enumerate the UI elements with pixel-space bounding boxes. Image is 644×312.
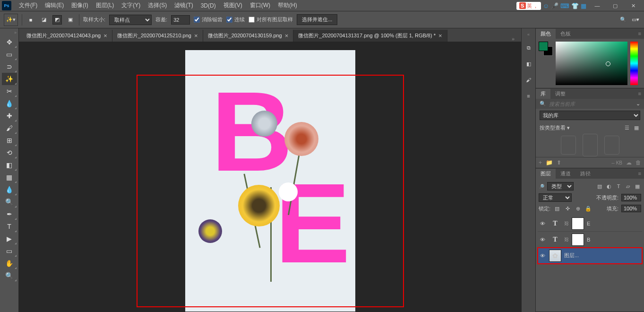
close-icon[interactable]: × (103, 32, 107, 39)
tolerance-input[interactable] (171, 15, 190, 25)
layers-tab[interactable]: 图层 (536, 169, 556, 179)
grid-icon[interactable]: ▦ (581, 2, 586, 9)
dodge-tool[interactable]: 🔍 (2, 196, 17, 208)
hue-slider[interactable] (630, 42, 638, 85)
color-tab[interactable]: 颜色 (536, 29, 556, 39)
menu-type[interactable]: 文字(Y) (118, 1, 144, 9)
all-layers-checkbox[interactable]: 对所有图层取样 (249, 16, 293, 23)
library-search-input[interactable] (549, 101, 633, 107)
filter-shape-icon[interactable]: ▱ (624, 182, 632, 190)
skin-icon[interactable]: 👕 (571, 2, 579, 9)
strip-expand-icon[interactable]: « (527, 32, 530, 37)
antialias-checkbox[interactable]: 消除锯齿 (194, 16, 223, 23)
layer-filter-select[interactable]: 类型 (547, 182, 574, 191)
visibility-icon[interactable]: 👁 (539, 237, 546, 243)
color-picker-field[interactable] (556, 42, 627, 85)
library-search[interactable]: 🔍 ⌄ (536, 99, 644, 109)
adjustments-tab[interactable]: 调整 (550, 89, 570, 99)
channels-tab[interactable]: 通道 (556, 169, 575, 179)
intersect-selection-icon[interactable]: ▣ (66, 15, 75, 25)
canvas-viewport[interactable]: B E (19, 42, 521, 312)
properties-panel-icon[interactable]: ◧ (524, 59, 534, 69)
select-and-mask-button[interactable]: 选择并遮住... (297, 14, 337, 25)
stamp-tool[interactable]: ⊞ (2, 134, 17, 147)
crop-tool[interactable]: ✂ (2, 85, 17, 97)
add-icon[interactable]: + (539, 159, 542, 166)
grid-view-icon[interactable]: ▦ (633, 124, 640, 131)
filter-type-icon[interactable]: T (615, 182, 622, 190)
menu-select[interactable]: 选择(S) (144, 1, 171, 9)
workspace-icon[interactable]: ▭▾ (631, 15, 640, 25)
mic-icon[interactable]: 🎤 (551, 2, 558, 9)
filter-pixel-icon[interactable]: ▧ (596, 182, 603, 190)
menu-edit[interactable]: 编辑(E) (41, 1, 68, 9)
brush-tool[interactable]: 🖌 (2, 122, 17, 134)
close-icon[interactable]: × (194, 32, 198, 39)
visibility-icon[interactable]: 👁 (539, 221, 546, 226)
ime-indicator[interactable]: S英， (516, 2, 541, 10)
menu-3d[interactable]: 3D(D) (197, 2, 220, 9)
canvas[interactable]: B E (185, 50, 355, 312)
minimize-button[interactable]: — (590, 1, 604, 10)
keyboard-icon[interactable]: ⌨ (560, 2, 569, 9)
opacity-input[interactable] (621, 194, 641, 201)
menu-layer[interactable]: 图层(L) (92, 1, 118, 9)
magic-wand-tool[interactable]: ✨ (2, 73, 17, 85)
eyedropper-tool[interactable]: 💧 (2, 97, 17, 110)
close-button[interactable]: ✕ (626, 1, 640, 10)
menu-view[interactable]: 视图(V) (220, 1, 246, 9)
list-view-icon[interactable]: ☰ (623, 124, 631, 131)
library-select[interactable]: 我的库 (540, 111, 640, 120)
lasso-tool[interactable]: ⊃ (2, 61, 17, 73)
toolbox-expand-icon[interactable]: » (0, 30, 18, 36)
layer-item-e[interactable]: 👁 T ⛓ E (538, 216, 642, 232)
layer-item-image[interactable]: 👁 ✿ 图层... (538, 248, 642, 264)
filter-adjust-icon[interactable]: ◐ (605, 182, 613, 190)
history-brush-tool[interactable]: ⟲ (2, 147, 17, 159)
type-tool[interactable]: T (2, 220, 17, 233)
path-select-tool[interactable]: ▶ (2, 233, 17, 245)
panel-menu-icon[interactable]: ≡ (635, 91, 644, 96)
menu-filter[interactable]: 滤镜(T) (171, 1, 197, 9)
blend-mode-select[interactable]: 正常 (539, 193, 572, 202)
panel-menu-icon[interactable]: ≡ (635, 31, 644, 36)
layer-mask-thumb[interactable] (572, 234, 584, 246)
lock-artboard-icon[interactable]: ⊕ (574, 205, 582, 212)
cloud-icon[interactable]: ☁ (626, 159, 632, 166)
search-icon[interactable]: 🔍 (618, 15, 628, 25)
close-icon[interactable]: × (285, 32, 289, 39)
menu-file[interactable]: 文件(F) (15, 1, 41, 9)
emoji-icon[interactable]: ☺ (543, 2, 549, 9)
folder-icon[interactable]: 📁 (546, 159, 553, 166)
adjustments-panel-icon[interactable]: ≡ (524, 91, 534, 101)
layer-item-b[interactable]: 👁 T ⛓ B (538, 232, 642, 248)
menu-help[interactable]: 帮助(H) (274, 1, 301, 9)
new-selection-icon[interactable]: ■ (26, 15, 35, 25)
doc-tab-3[interactable]: 微信图片_20200704130159.png× (203, 30, 294, 42)
fill-input[interactable] (621, 205, 641, 212)
panel-menu-icon[interactable]: ≡ (635, 171, 644, 176)
upload-icon[interactable]: ⬆ (557, 159, 561, 166)
paths-tab[interactable]: 路径 (575, 169, 595, 179)
healing-tool[interactable]: ✚ (2, 110, 17, 122)
sample-size-select[interactable]: 取样点 (109, 15, 152, 25)
pen-tool[interactable]: ✒ (2, 208, 17, 220)
color-swatches[interactable] (539, 42, 553, 56)
trash-icon[interactable]: 🗑 (635, 159, 641, 166)
menu-window[interactable]: 窗口(W) (246, 1, 274, 9)
move-tool[interactable]: ✥ (2, 36, 17, 48)
library-view-label[interactable]: 按类型查看 ▾ (540, 124, 570, 131)
libraries-tab[interactable]: 库 (536, 89, 550, 99)
doc-tab-2[interactable]: 微信图片_20200704125210.png× (112, 30, 203, 42)
history-panel-icon[interactable]: ⧉ (524, 43, 534, 53)
close-icon[interactable]: × (438, 32, 442, 39)
gradient-tool[interactable]: ▦ (2, 171, 17, 183)
eraser-tool[interactable]: ◧ (2, 159, 17, 171)
layer-mask-thumb[interactable] (572, 217, 584, 230)
foreground-color-swatch[interactable] (539, 42, 548, 51)
doc-tab-1[interactable]: 微信图片_20200704124043.png× (22, 30, 112, 42)
swatches-tab[interactable]: 色板 (556, 29, 575, 39)
tool-preset-picker[interactable]: ✨▾ (4, 14, 18, 26)
contiguous-checkbox[interactable]: 连续 (226, 16, 245, 23)
hand-tool[interactable]: ✋ (2, 257, 17, 269)
